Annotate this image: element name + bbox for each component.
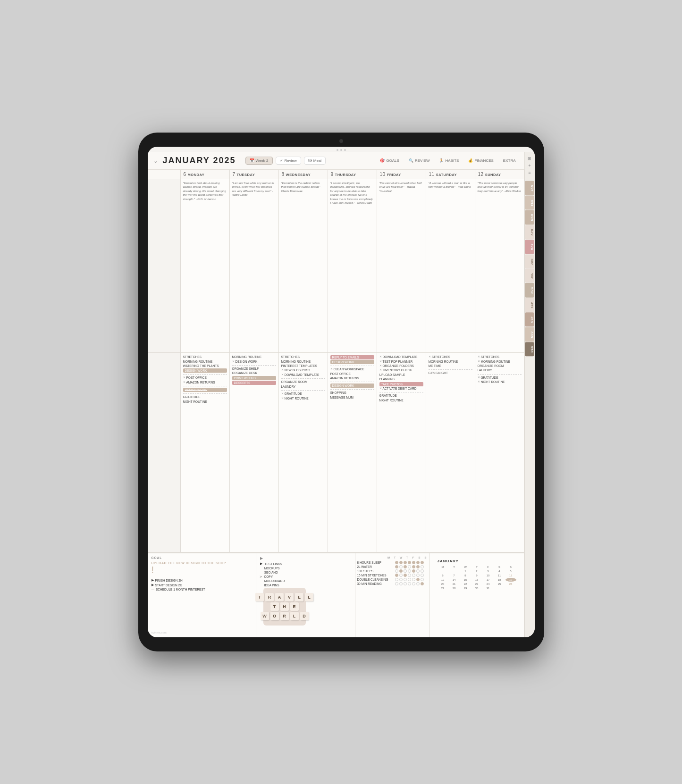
- cal-day[interactable]: 12: [505, 574, 516, 577]
- dot[interactable]: [421, 582, 424, 585]
- dot[interactable]: [399, 561, 403, 564]
- dot[interactable]: [399, 578, 403, 581]
- cal-day[interactable]: 15: [460, 578, 471, 582]
- cell-tue-tasks[interactable]: MORNING ROUTINE DESIGN WORK ORGANIZE SHE…: [230, 353, 279, 552]
- check-item-1[interactable]: ▶ TEST LINKS: [260, 562, 351, 566]
- dot[interactable]: [408, 569, 411, 573]
- dot[interactable]: [412, 569, 415, 573]
- cal-day[interactable]: 10: [483, 574, 494, 577]
- goal-item-1[interactable]: ▶ FINISH DESIGN 2H: [152, 578, 252, 582]
- dot[interactable]: [416, 565, 420, 568]
- dot[interactable]: [404, 565, 407, 568]
- check-item-4[interactable]: > COPY: [260, 575, 351, 578]
- cal-day[interactable]: 6: [438, 574, 448, 577]
- dot[interactable]: [416, 582, 420, 585]
- dot[interactable]: [404, 574, 407, 577]
- cal-day[interactable]: 21: [449, 582, 460, 586]
- dot[interactable]: [412, 578, 415, 581]
- side-tab-aug[interactable]: AUG: [525, 283, 534, 298]
- check-item-5[interactable]: □ MOODBOARD: [260, 579, 351, 583]
- icon-grid[interactable]: ⊞: [528, 156, 531, 161]
- cal-day[interactable]: 14: [449, 578, 460, 582]
- cal-day[interactable]: 18: [494, 578, 505, 582]
- cell-sat-tasks[interactable]: STRETCHES MORNING ROUTINE ME TIME GIRLS …: [426, 353, 475, 552]
- goal-item-3[interactable]: — SCHEDULE 1 MONTH PINTEREST: [152, 588, 252, 591]
- side-tab-jan[interactable]: JAN: [525, 181, 534, 195]
- dot[interactable]: [412, 582, 415, 585]
- cal-day[interactable]: 23: [472, 582, 482, 586]
- cal-day[interactable]: [438, 569, 448, 573]
- dot[interactable]: [399, 565, 403, 568]
- cal-day[interactable]: 22: [460, 582, 471, 586]
- btn-finances[interactable]: 💰 FINANCES: [465, 158, 496, 164]
- dot[interactable]: [421, 569, 424, 573]
- dot[interactable]: [404, 569, 407, 573]
- cal-day[interactable]: 4: [494, 569, 505, 573]
- cal-day[interactable]: 2: [472, 569, 482, 573]
- dot[interactable]: [408, 565, 411, 568]
- check-item-2[interactable]: □ MOCKUPS: [260, 567, 351, 570]
- cell-thu-tasks[interactable]: REPLY TO EMAILS DESIGN WORK CLEAN WORKSP…: [328, 353, 377, 552]
- cal-day[interactable]: 16: [472, 578, 482, 582]
- dot[interactable]: [395, 565, 398, 568]
- dot[interactable]: [412, 561, 415, 564]
- dot[interactable]: [416, 574, 420, 577]
- cal-day[interactable]: 25: [494, 582, 505, 586]
- dot[interactable]: [412, 574, 415, 577]
- tab-week2[interactable]: 📅 Week 2: [245, 157, 273, 165]
- side-tab-dec[interactable]: DEC: [525, 342, 534, 356]
- cal-day[interactable]: 9: [472, 574, 482, 577]
- side-tab-oct[interactable]: OCT: [525, 312, 534, 326]
- check-item-3[interactable]: □ SEO AND: [260, 571, 351, 574]
- dot[interactable]: [399, 569, 403, 573]
- side-tab-apr[interactable]: APR: [525, 225, 534, 239]
- tab-meal[interactable]: 🍽 Meal: [304, 157, 326, 165]
- dot[interactable]: [408, 578, 411, 581]
- tab-review[interactable]: ✓ Review: [276, 157, 301, 165]
- btn-goals[interactable]: 🎯 GOALS: [377, 158, 402, 164]
- dot[interactable]: [395, 569, 398, 573]
- dot[interactable]: [416, 569, 420, 573]
- cell-wed-tasks[interactable]: STRETCHES MORNING ROUTINE PINTEREST TEMP…: [279, 353, 328, 552]
- cal-day[interactable]: 29: [460, 586, 471, 590]
- dot[interactable]: [399, 582, 403, 585]
- cal-day[interactable]: 11: [494, 574, 505, 577]
- side-tab-nov[interactable]: NOV: [525, 327, 534, 342]
- cal-day-today[interactable]: 19: [505, 578, 516, 582]
- dot[interactable]: [395, 561, 398, 564]
- side-tab-sep[interactable]: SEP: [525, 298, 534, 312]
- btn-review[interactable]: 🔍 REVIEW: [406, 158, 433, 164]
- dot[interactable]: [421, 561, 424, 564]
- dot[interactable]: [395, 574, 398, 577]
- cal-day[interactable]: 5: [505, 569, 516, 573]
- goal-item-2[interactable]: ▶ START DESIGN 2G: [152, 583, 252, 587]
- cal-day[interactable]: 31: [483, 586, 494, 590]
- cal-day[interactable]: 24: [483, 582, 494, 586]
- check-item-6[interactable]: □ IDEA PINS: [260, 584, 351, 587]
- arrow-back[interactable]: ⌄: [153, 158, 158, 164]
- dot[interactable]: [404, 561, 407, 564]
- side-tab-jul[interactable]: JUL: [525, 269, 534, 283]
- icon-plus[interactable]: +: [528, 163, 530, 168]
- cell-sun-tasks[interactable]: STRETCHES MORNING ROUTINE ORGANIZE ROOM …: [475, 353, 524, 552]
- dot[interactable]: [412, 565, 415, 568]
- cal-day[interactable]: 13: [438, 578, 448, 582]
- cal-day[interactable]: 27: [438, 586, 448, 590]
- cal-day[interactable]: [449, 569, 460, 573]
- cell-fri-tasks[interactable]: DOWNLOAD TEMPLATE TEST PDF PLANNER ORGAN…: [377, 353, 426, 552]
- dot[interactable]: [421, 574, 424, 577]
- dot[interactable]: [421, 565, 424, 568]
- cal-day[interactable]: 20: [438, 582, 448, 586]
- cal-day[interactable]: 7: [449, 574, 460, 577]
- btn-extra[interactable]: EXTRA: [500, 158, 519, 164]
- dot[interactable]: [421, 578, 424, 581]
- cal-day[interactable]: 30: [472, 586, 482, 590]
- cal-day[interactable]: 26: [505, 582, 516, 586]
- cal-day[interactable]: 17: [483, 578, 494, 582]
- dot[interactable]: [416, 578, 420, 581]
- cal-day[interactable]: 8: [460, 574, 471, 577]
- btn-habits[interactable]: 🏃 HABITS: [436, 158, 462, 164]
- dot[interactable]: [408, 574, 411, 577]
- cal-day[interactable]: 1: [460, 569, 471, 573]
- side-tab-jun[interactable]: JUN: [525, 255, 534, 269]
